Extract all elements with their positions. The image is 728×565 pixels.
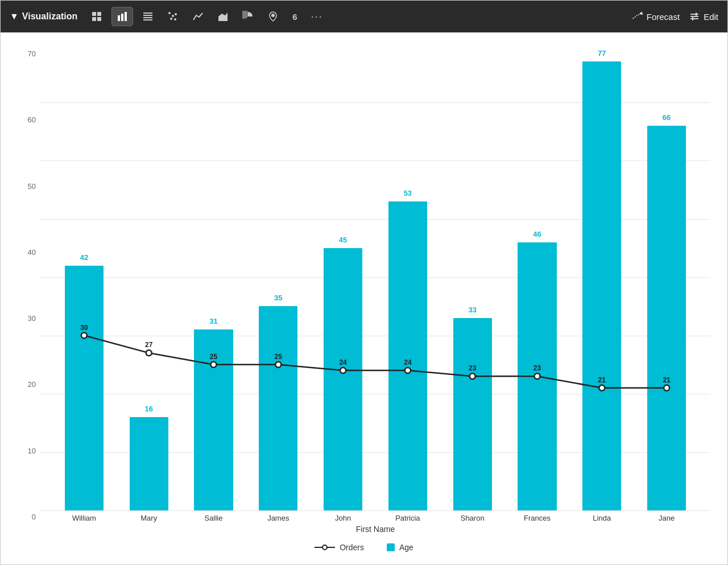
more-icon: ··· [311,11,323,23]
bar[interactable]: 46 [518,242,556,511]
legend-age: Age [387,543,413,552]
svg-rect-1 [97,12,101,16]
bar-value-label: 77 [598,49,606,57]
bar-group[interactable]: 66 [634,44,699,510]
bar-group[interactable]: 33 [440,44,505,510]
y-axis-label: 0 [32,513,36,521]
y-axis-label: 20 [28,380,36,389]
svg-rect-3 [97,17,101,21]
bars-container: 42163135455333467766 [40,44,710,510]
table-icon-btn[interactable] [86,7,107,26]
bar[interactable]: 33 [453,318,492,510]
bar[interactable]: 16 [130,417,168,510]
map-icon [267,11,279,22]
y-axis-label: 50 [28,182,36,191]
y-axis: 706050403020100 [18,44,40,538]
svg-point-11 [168,12,171,14]
bar-group[interactable]: 42 [52,44,117,510]
map-icon-btn[interactable] [263,7,283,26]
chart-wrapper: 706050403020100 42163135455333467766 302… [18,44,710,538]
bar-group[interactable]: 77 [569,44,634,510]
bar-value-label: 33 [468,306,476,314]
number-icon-btn[interactable]: 6 [288,9,301,25]
svg-rect-0 [92,12,96,16]
line-icon [192,11,204,22]
pie-icon [242,11,254,22]
forecast-button[interactable]: Forecast [632,11,680,22]
area-icon [217,11,229,22]
bar-chart-icon [117,11,128,22]
x-axis-label: Sallie [181,514,246,522]
bar-value-label: 66 [663,113,671,122]
y-axis-label: 70 [28,50,36,58]
grid-line [40,510,710,511]
bar-group[interactable]: 16 [117,44,181,510]
bar[interactable]: 35 [259,306,297,510]
edit-button[interactable]: Edit [689,11,718,22]
x-axis-title: First Name [40,525,710,534]
svg-point-14 [175,13,177,15]
svg-marker-16 [218,13,228,21]
chart-legend: Orders Age [18,538,710,559]
forecast-label: Forecast [647,12,680,22]
x-axis-label: James [246,514,311,522]
svg-rect-2 [92,17,96,21]
visualization-title: Visualization [22,11,78,22]
scatter-icon [167,11,179,22]
x-axis-label: Jane [634,514,699,522]
bar-group[interactable]: 35 [246,44,311,510]
bar[interactable]: 53 [388,201,427,510]
svg-rect-7 [143,13,152,14]
edit-label: Edit [704,12,718,22]
bar-group[interactable]: 53 [375,44,440,510]
pie-icon-btn[interactable] [238,7,258,26]
legend-age-square [387,543,395,551]
toolbar-title: ▼ Visualization [10,11,77,22]
more-icon-btn[interactable]: ··· [307,7,328,26]
toolbar-right: Forecast Edit [632,11,718,22]
line-icon-btn[interactable] [188,7,208,26]
area-icon-btn[interactable] [213,7,233,26]
x-axis-label: John [311,514,375,522]
x-axis-label: Patricia [375,514,440,522]
bar-value-label: 16 [144,405,152,413]
bar[interactable]: 77 [582,61,621,510]
toolbar: ▼ Visualization [1,1,727,32]
bar-chart-icon-btn[interactable] [111,7,133,26]
x-axis-label: Linda [569,514,634,522]
dropdown-arrow[interactable]: ▼ [10,11,19,22]
bar-value-label: 46 [533,230,541,238]
legend-orders-label: Orders [340,543,364,552]
text-table-icon [142,11,154,22]
bar[interactable]: 42 [65,266,104,511]
svg-rect-8 [143,15,152,16]
bar-group[interactable]: 31 [181,44,246,510]
svg-rect-5 [121,14,123,21]
forecast-icon [632,11,643,22]
y-axis-label: 30 [28,314,36,323]
table-icon [91,11,102,22]
svg-point-12 [172,15,174,17]
number-icon: 6 [292,12,297,22]
y-axis-label: 10 [28,447,36,455]
svg-point-13 [170,18,172,20]
app-container: ▼ Visualization [0,0,728,565]
chart-area: 706050403020100 42163135455333467766 302… [1,32,727,564]
svg-rect-10 [143,19,152,20]
bar[interactable]: 45 [324,248,362,510]
bar[interactable]: 66 [647,126,686,511]
bar[interactable]: 31 [194,329,233,510]
svg-rect-9 [143,17,152,18]
bar-value-label: 45 [339,236,347,244]
bar-value-label: 42 [80,253,88,262]
bar-value-label: 35 [274,294,282,302]
legend-orders: Orders [315,543,364,552]
chart-inner: 42163135455333467766 3027252524242323212… [40,44,710,538]
x-labels: WilliamMarySallieJamesJohnPatriciaSharon… [40,510,710,522]
text-table-icon-btn[interactable] [138,7,158,26]
bar-group[interactable]: 45 [311,44,375,510]
grid-and-bars: 42163135455333467766 3027252524242323212… [40,44,710,510]
bar-group[interactable]: 46 [505,44,570,510]
x-axis-label: Mary [117,514,181,522]
scatter-icon-btn[interactable] [163,7,183,26]
